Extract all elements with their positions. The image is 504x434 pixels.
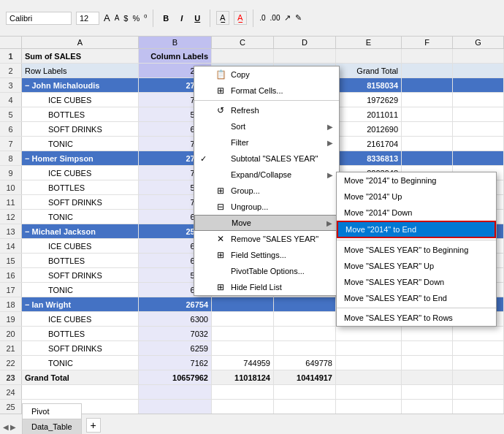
- cell-g[interactable]: [453, 78, 504, 92]
- cell-g[interactable]: [453, 327, 504, 340]
- add-sheet-button[interactable]: +: [86, 418, 101, 433]
- cell-d[interactable]: 649778: [274, 356, 336, 370]
- cell-e[interactable]: 2161704: [336, 137, 402, 151]
- cell-f[interactable]: [402, 78, 453, 92]
- cell-a[interactable]: SOFT DRINKS: [22, 268, 139, 282]
- table-row[interactable]: 21 SOFT DRINKS 6259: [0, 341, 504, 356]
- cell-e[interactable]: 2011011: [336, 107, 402, 121]
- cell-e[interactable]: Grand Total: [336, 64, 402, 77]
- move-item-move-2014-down[interactable]: Move "2014" Down: [337, 205, 496, 221]
- cell-b[interactable]: 7032: [139, 327, 212, 340]
- col-header-d[interactable]: D: [274, 37, 336, 48]
- cell-d[interactable]: [274, 400, 336, 414]
- cell-g[interactable]: [453, 341, 504, 355]
- ctx-item-ungroup[interactable]: ⊟Ungroup...: [194, 199, 339, 215]
- cell-c[interactable]: 744959: [212, 356, 274, 370]
- cell-f[interactable]: [402, 151, 453, 165]
- cell-d[interactable]: [274, 341, 336, 355]
- table-row[interactable]: 23 Grand Total 10657962 11018124 1041491…: [0, 370, 504, 385]
- ctx-item-move[interactable]: Move▶: [194, 215, 339, 231]
- ctx-item-filter[interactable]: Filter▶: [194, 134, 339, 151]
- cell-f[interactable]: [402, 356, 453, 370]
- cell-e[interactable]: 8158034: [336, 78, 402, 92]
- dollar-icon[interactable]: $: [123, 14, 128, 23]
- tab-scroll-right[interactable]: ▶: [10, 423, 16, 431]
- cell-a[interactable]: TONIC: [22, 137, 139, 151]
- cell-e[interactable]: 2012690: [336, 122, 402, 136]
- cell-a[interactable]: BOTTLES: [22, 180, 139, 194]
- bold-button[interactable]: B: [159, 12, 172, 25]
- cell-a[interactable]: SOFT DRINKS: [22, 341, 139, 355]
- cell-d[interactable]: [274, 312, 336, 326]
- decrease-decimal-icon[interactable]: .0: [259, 14, 265, 22]
- cell-a[interactable]: BOTTLES: [22, 107, 139, 121]
- cell-e[interactable]: 8336813: [336, 151, 402, 165]
- cell-f[interactable]: [402, 341, 453, 355]
- cell-e[interactable]: 1972629: [336, 93, 402, 107]
- cell-f[interactable]: [402, 400, 453, 414]
- cell-b[interactable]: [139, 385, 212, 399]
- cell-a[interactable]: ICE CUBES: [22, 93, 139, 107]
- move-item-move-sales-year-end[interactable]: Move "SALES YEAR" to End: [337, 290, 496, 306]
- cell-f[interactable]: [402, 370, 453, 384]
- cell-b[interactable]: 6300: [139, 312, 212, 326]
- cell-g[interactable]: [453, 93, 504, 107]
- cell-a[interactable]: ICE CUBES: [22, 312, 139, 326]
- font-shrink-icon[interactable]: A: [115, 14, 120, 22]
- cell-c[interactable]: [212, 49, 274, 63]
- font-size-input[interactable]: [76, 12, 99, 25]
- cell-f[interactable]: [402, 137, 453, 151]
- italic-button[interactable]: I: [177, 12, 186, 25]
- table-row[interactable]: 24: [0, 385, 504, 400]
- ctx-item-copy[interactable]: 📋Copy: [194, 66, 339, 83]
- cell-b[interactable]: 6259: [139, 341, 212, 355]
- table-row[interactable]: 20 BOTTLES 7032: [0, 327, 504, 341]
- ctx-item-format-cells[interactable]: ⊞Format Cells...: [194, 83, 339, 99]
- sheet-tab-pivot[interactable]: Pivot: [22, 403, 82, 419]
- col-header-c[interactable]: C: [212, 37, 274, 48]
- ctx-item-refresh[interactable]: ↺Refresh: [194, 102, 339, 118]
- cell-f[interactable]: [402, 49, 453, 63]
- move-item-move-sales-year-rows[interactable]: Move "SALES YEAR" to Rows: [337, 310, 496, 326]
- cell-e[interactable]: [336, 341, 402, 355]
- move-item-move-sales-year-down[interactable]: Move "SALES YEAR" Down: [337, 274, 496, 290]
- font-grow-icon[interactable]: A: [104, 12, 110, 23]
- cell-a[interactable]: ICE CUBES: [22, 239, 139, 253]
- cell-g[interactable]: [453, 356, 504, 370]
- cell-g[interactable]: [453, 400, 504, 414]
- ctx-item-expand-collapse[interactable]: Expand/Collapse▶: [194, 167, 339, 183]
- cell-f[interactable]: [402, 107, 453, 121]
- cell-e[interactable]: [336, 49, 402, 63]
- cell-g[interactable]: [453, 385, 504, 399]
- misc-icon-2[interactable]: ✎: [295, 13, 302, 23]
- cell-g[interactable]: [453, 370, 504, 384]
- cell-g[interactable]: [453, 49, 504, 63]
- ctx-item-subtotal[interactable]: ✓Subtotal "SALES YEAR": [194, 151, 339, 167]
- cell-f[interactable]: [402, 93, 453, 107]
- cell-c[interactable]: [212, 341, 274, 355]
- highlight-color-icon[interactable]: A̲: [216, 11, 229, 25]
- col-header-e[interactable]: E: [336, 37, 402, 48]
- col-header-g[interactable]: G: [453, 37, 504, 48]
- ctx-item-hide-field-list[interactable]: ⊞Hide Field List: [194, 279, 339, 295]
- misc-icon-1[interactable]: ↗: [284, 13, 291, 23]
- move-item-move-2014-up[interactable]: Move "2014" Up: [337, 189, 496, 205]
- cell-b[interactable]: 7162: [139, 356, 212, 370]
- cell-a[interactable]: − Homer Simpson: [22, 151, 139, 165]
- move-item-move-sales-year-beginning[interactable]: Move "SALES YEAR" to Beginning: [337, 242, 496, 258]
- cell-a[interactable]: ICE CUBES: [22, 166, 139, 180]
- cell-a[interactable]: − Michael Jackson: [22, 224, 139, 238]
- cell-a[interactable]: TONIC: [22, 356, 139, 370]
- cell-g[interactable]: [453, 137, 504, 151]
- cell-d[interactable]: [274, 327, 336, 340]
- cell-d[interactable]: 10414917: [274, 370, 336, 384]
- underline-button[interactable]: U: [191, 12, 204, 25]
- cell-a[interactable]: TONIC: [22, 283, 139, 297]
- ctx-item-remove[interactable]: ✕Remove "SALES YEAR": [194, 231, 339, 247]
- cell-a[interactable]: BOTTLES: [22, 327, 139, 340]
- cell-d[interactable]: [274, 49, 336, 63]
- col-header-f[interactable]: F: [402, 37, 453, 48]
- cell-e[interactable]: [336, 370, 402, 384]
- cell-a[interactable]: − Ian Wright: [22, 297, 139, 311]
- ctx-item-sort[interactable]: Sort▶: [194, 118, 339, 134]
